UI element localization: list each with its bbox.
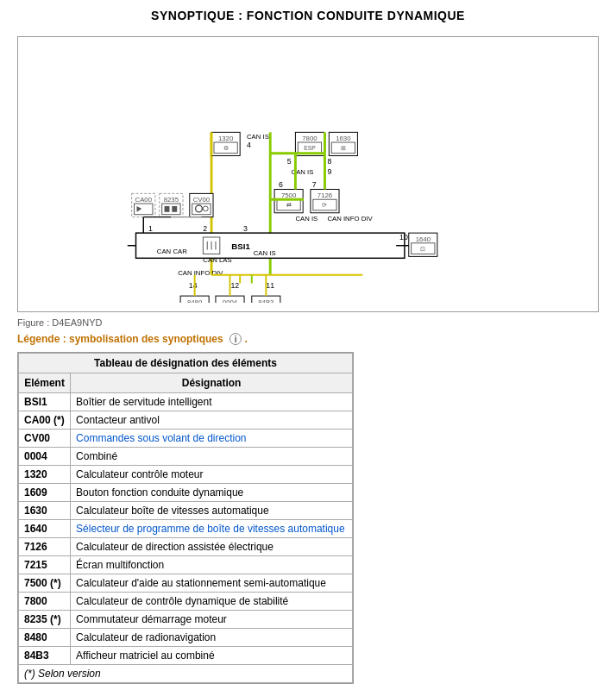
element-cell: 0004: [19, 448, 71, 466]
svg-text:8480: 8480: [187, 298, 203, 303]
designation-cell: Calculateur de contrôle dynamique de sta…: [71, 593, 353, 611]
svg-text:7: 7: [312, 180, 317, 189]
table-row: CA00 (*)Contacteur antivol: [19, 411, 353, 430]
designation-cell: Combiné: [71, 448, 353, 466]
element-cell: 7800: [19, 593, 71, 611]
svg-text:1630: 1630: [336, 135, 351, 142]
designation-cell: Calculateur d'aide au stationnement semi…: [71, 574, 353, 593]
designation-cell: Contacteur antivol: [71, 411, 353, 430]
table-row: 8235 (*)Commutateur démarrage moteur: [19, 611, 353, 629]
legend-title: Légende : symbolisation des synoptiques …: [17, 333, 599, 345]
svg-rect-25: [172, 206, 177, 212]
element-cell: 1630: [19, 502, 71, 520]
svg-text:CAN IS: CAN IS: [247, 133, 269, 141]
svg-text:10: 10: [399, 233, 408, 242]
svg-text:CAN IS: CAN IS: [254, 249, 276, 257]
designation-cell: Boîtier de servitude intelligent: [71, 393, 353, 411]
element-cell: 7126: [19, 538, 71, 556]
table-row: BSI1Boîtier de servitude intelligent: [19, 393, 353, 411]
svg-text:CAN INFO DIV: CAN INFO DIV: [327, 215, 373, 223]
svg-text:7126: 7126: [317, 191, 332, 199]
element-table: Tableau de désignation des éléments Elém…: [18, 353, 353, 683]
table-row: 0004Combiné: [19, 448, 353, 466]
designation-cell: Bouton fonction conduite dynamique: [71, 484, 353, 502]
table-row: 1630Calculateur boîte de vitesses automa…: [19, 502, 353, 520]
svg-text:ESP: ESP: [304, 145, 316, 151]
figure-label: Figure : D4EA9NYD: [17, 317, 599, 328]
col-designation-header: Désignation: [71, 373, 353, 393]
element-table-wrapper: Tableau de désignation des éléments Elém…: [17, 352, 354, 684]
table-row: 7500 (*)Calculateur d'aide au stationnem…: [19, 574, 353, 593]
diagram-svg: BSI1 CAN CAR CAN LAS CAN IS CAN INFO DIV…: [27, 46, 589, 303]
svg-text:⊞: ⊞: [341, 145, 346, 151]
designation-cell: Afficheur matriciel au combiné: [71, 647, 353, 665]
col-element-header: Elément: [19, 373, 71, 393]
element-cell: CV00: [19, 430, 71, 448]
table-row: 1320Calculateur contrôle moteur: [19, 466, 353, 484]
table-row: 7215Écran multifonction: [19, 556, 353, 574]
element-cell: 7215: [19, 556, 71, 574]
svg-text:7800: 7800: [302, 135, 317, 142]
element-cell: BSI1: [19, 393, 71, 411]
designation-cell: Calculateur contrôle moteur: [71, 466, 353, 484]
svg-text:9: 9: [327, 167, 331, 176]
svg-text:4: 4: [247, 141, 251, 149]
svg-text:8235: 8235: [164, 196, 179, 204]
svg-text:1: 1: [148, 224, 153, 233]
svg-text:⟳: ⟳: [322, 202, 327, 208]
svg-text:84B3: 84B3: [258, 298, 273, 303]
designation-cell: Calculateur boîte de vitesses automatiqu…: [71, 502, 353, 520]
svg-text:1320: 1320: [218, 135, 234, 142]
svg-text:2: 2: [203, 224, 207, 233]
table-row: 84B3Afficheur matriciel au combiné: [19, 647, 353, 665]
svg-text:6: 6: [279, 180, 283, 189]
svg-text:8: 8: [327, 157, 331, 166]
svg-text:0004: 0004: [223, 298, 238, 303]
svg-text:12: 12: [230, 281, 239, 290]
designation-cell: Calculateur de direction assistée électr…: [71, 538, 353, 556]
designation-cell: Sélecteur de programme de boîte de vites…: [71, 520, 353, 538]
designation-cell: Écran multifonction: [71, 556, 353, 574]
svg-text:⚙: ⚙: [223, 145, 229, 151]
svg-text:5: 5: [287, 157, 292, 166]
table-row: 1609Bouton fonction conduite dynamique: [19, 484, 353, 502]
svg-text:CAN LAS: CAN LAS: [203, 256, 231, 264]
element-cell: CA00 (*): [19, 411, 71, 430]
designation-cell: Commutateur démarrage moteur: [71, 611, 353, 629]
element-cell: 1640: [19, 520, 71, 538]
table-row: CV00Commandes sous volant de direction: [19, 430, 353, 448]
svg-text:1640: 1640: [416, 235, 431, 243]
table-row: 1640Sélecteur de programme de boîte de v…: [19, 520, 353, 538]
svg-text:3: 3: [243, 224, 248, 233]
table-caption: Tableau de désignation des éléments: [19, 354, 353, 373]
table-row: 8480Calculateur de radionavigation: [19, 629, 353, 647]
element-cell: 1609: [19, 484, 71, 502]
table-row: 7126Calculateur de direction assistée él…: [19, 538, 353, 556]
svg-text:CA00: CA00: [135, 196, 153, 204]
table-footer-cell: (*) Selon version: [19, 665, 353, 683]
page-title: SYNOPTIQUE : FONCTION CONDUITE DYNAMIQUE: [17, 9, 599, 22]
svg-text:11: 11: [266, 281, 274, 290]
diagram-container: BSI1 CAN CAR CAN LAS CAN IS CAN INFO DIV…: [17, 36, 599, 312]
svg-text:14: 14: [189, 281, 198, 290]
element-cell: 1320: [19, 466, 71, 484]
svg-rect-24: [165, 206, 170, 212]
info-icon: i: [229, 333, 242, 345]
element-cell: 84B3: [19, 647, 71, 665]
element-cell: 8235 (*): [19, 611, 71, 629]
svg-text:⇄: ⇄: [286, 202, 292, 208]
svg-text:⊡: ⊡: [420, 246, 425, 252]
svg-text:BSI1: BSI1: [231, 242, 250, 251]
designation-cell: Commandes sous volant de direction: [71, 430, 353, 448]
table-row: (*) Selon version: [19, 665, 353, 683]
svg-text:CAN CAR: CAN CAR: [157, 248, 187, 255]
table-row: 7800Calculateur de contrôle dynamique de…: [19, 593, 353, 611]
svg-text:CAN IS: CAN IS: [295, 215, 317, 223]
designation-cell: Calculateur de radionavigation: [71, 629, 353, 647]
page: SYNOPTIQUE : FONCTION CONDUITE DYNAMIQUE…: [0, 0, 616, 690]
element-cell: 8480: [19, 629, 71, 647]
element-cell: 7500 (*): [19, 574, 71, 593]
svg-text:CV00: CV00: [193, 196, 211, 204]
